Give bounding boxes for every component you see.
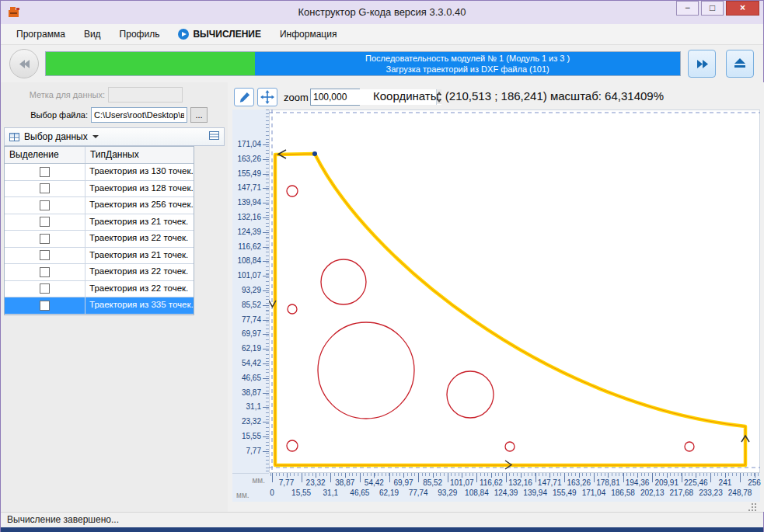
row-select-cell[interactable] (5, 231, 85, 247)
ruler-tick (608, 473, 609, 478)
forward-button[interactable] (688, 50, 716, 78)
ruler-tick (418, 473, 419, 482)
eject-button[interactable] (726, 50, 754, 78)
row-checkbox[interactable] (40, 283, 50, 294)
y-ruler-label: 69,97 (242, 329, 261, 338)
unit-label: мм. (252, 476, 265, 485)
row-type-label: Траектория из 128 точек. (85, 181, 194, 197)
browse-button[interactable]: ... (190, 107, 208, 123)
toolbar: Последовательность модулей № 1 (Модуль 1… (1, 45, 763, 82)
progress-complete (46, 52, 255, 75)
menu-compute[interactable]: ВЫЧИСЛЕНИЕ (169, 26, 270, 43)
row-checkbox[interactable] (40, 200, 50, 210)
row-type-label: Траектория из 22 точек. (85, 231, 194, 247)
x-ruler-label: 69,97 (394, 478, 413, 487)
minimize-button[interactable]: − (676, 1, 699, 16)
zoom-label: zoom (284, 92, 309, 103)
row-select-cell[interactable] (5, 164, 85, 180)
y-ruler-label: 101,07 (237, 271, 261, 280)
row-checkbox[interactable] (40, 183, 50, 193)
table-row[interactable]: Траектория из 335 точек. (5, 297, 194, 315)
back-button[interactable] (9, 49, 39, 78)
column-header-datatype[interactable]: ТипДанных (85, 147, 194, 163)
table-row[interactable]: Траектория из 22 точек. (5, 264, 194, 281)
row-checkbox[interactable] (40, 267, 50, 277)
table-row[interactable]: Траектория из 22 точек. (5, 281, 194, 298)
trajectory-circle[interactable] (447, 371, 494, 418)
row-checkbox[interactable] (40, 217, 50, 227)
start-point-marker[interactable] (312, 151, 317, 156)
coordinates-readout: Координаты: (210,513 ; 186,241) масштаб:… (373, 89, 664, 103)
data-label-input[interactable] (108, 87, 183, 103)
maximize-button[interactable]: □ (701, 1, 724, 16)
zoom-stepper (310, 89, 360, 106)
row-checkbox[interactable] (40, 250, 50, 260)
drawing-canvas[interactable] (269, 110, 760, 473)
ruler-tick (374, 473, 375, 478)
y-ruler-label: 139,94 (237, 198, 261, 207)
x-ruler-label: 186,58 (611, 489, 635, 497)
trajectory-circle[interactable] (288, 304, 297, 314)
row-select-cell[interactable] (5, 248, 85, 264)
grid-edit-icon[interactable] (209, 130, 219, 143)
row-select-cell[interactable] (5, 281, 85, 297)
row-select-cell[interactable] (5, 264, 85, 280)
x-ruler-label: 93,29 (438, 489, 457, 497)
row-checkbox[interactable] (40, 234, 50, 244)
table-row[interactable]: Траектория из 21 точек. (5, 248, 194, 265)
ruler-tick (360, 473, 361, 482)
center-view-button[interactable] (257, 88, 277, 106)
ruler-tick (682, 473, 682, 482)
row-select-cell[interactable] (5, 197, 85, 214)
data-select-dropdown[interactable]: Выбор данных (4, 127, 225, 146)
x-ruler-label: 209,91 (654, 478, 679, 487)
eject-icon (732, 57, 748, 71)
file-path-input[interactable] (91, 107, 187, 123)
plot-panel: 171,04163,26155,49147,71139,94132,16124,… (229, 110, 760, 502)
ruler-tick (263, 188, 269, 189)
menu-program[interactable]: Программа (7, 26, 75, 43)
trajectory-circle[interactable] (287, 440, 298, 451)
status-bar: Вычисление завершено... (1, 512, 763, 527)
x-ruler-label: 194,36 (626, 478, 650, 487)
column-header-selection[interactable]: Выделение (5, 147, 85, 163)
y-ruler-label: 93,29 (242, 286, 261, 294)
edit-button[interactable] (234, 88, 254, 106)
x-ruler-label: 217,68 (670, 489, 694, 497)
trajectory-circle[interactable] (685, 442, 694, 451)
ruler-tick (263, 451, 269, 452)
row-checkbox[interactable] (40, 301, 50, 311)
ruler-tick (564, 473, 565, 482)
trajectory-circle[interactable] (321, 259, 366, 304)
row-select-cell[interactable] (5, 297, 85, 314)
table-row[interactable]: Траектория из 21 точек. (5, 214, 194, 231)
table-header: Выделение ТипДанных (5, 147, 194, 164)
ruler-tick (263, 261, 269, 262)
menu-view[interactable]: Вид (75, 26, 110, 43)
title-bar[interactable]: Конструктор G-кода версия 3.3.0.40 − □ × (1, 1, 763, 24)
trajectory-circle[interactable] (505, 442, 515, 451)
table-row[interactable]: Траектория из 256 точек. (5, 197, 194, 214)
ruler-tick (755, 473, 755, 478)
ruler-tick (462, 473, 462, 478)
row-select-cell[interactable] (5, 214, 85, 231)
y-ruler-label: 147,71 (237, 183, 261, 192)
ruler-tick (263, 144, 269, 145)
ruler-tick (302, 473, 302, 482)
trajectory-outline[interactable] (275, 154, 745, 465)
ruler-tick (623, 473, 624, 482)
menu-profile[interactable]: Профиль (110, 26, 169, 43)
close-button[interactable]: × (726, 1, 759, 16)
menu-info[interactable]: Информация (270, 26, 346, 43)
row-select-cell[interactable] (5, 181, 85, 197)
trajectory-circle[interactable] (287, 186, 298, 196)
ruler-tick (403, 473, 404, 478)
table-row[interactable]: Траектория из 128 точек. (5, 181, 194, 198)
table-icon (9, 132, 19, 142)
data-label-caption: Метка для данных: (7, 90, 105, 99)
row-type-label: Траектория из 22 точек. (85, 281, 194, 297)
table-row[interactable]: Траектория из 130 точек. (5, 164, 194, 181)
trajectory-circle[interactable] (318, 322, 414, 419)
table-row[interactable]: Траектория из 22 точек. (5, 231, 194, 248)
row-checkbox[interactable] (40, 167, 50, 177)
